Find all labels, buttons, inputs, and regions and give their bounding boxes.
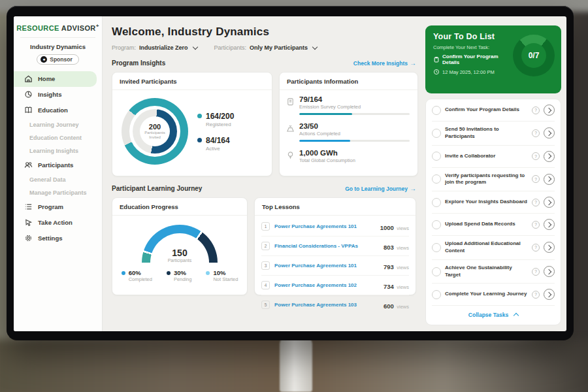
task-row: Explore Your Insights Dashboard ? <box>432 191 555 214</box>
chevron-right-icon[interactable] <box>544 242 555 253</box>
chevron-right-icon[interactable] <box>544 219 555 230</box>
action-icon <box>286 124 295 133</box>
sidebar-item-program[interactable]: Program <box>14 199 102 215</box>
task-row: Complete Your Learning Journey ? <box>432 284 555 306</box>
info-icon[interactable]: ? <box>532 106 540 114</box>
sidebar-item-education[interactable]: Education <box>14 103 102 118</box>
todo-panel: Your To Do List Complete Your Next Task:… <box>424 16 566 331</box>
learning-cards: Education Progress 150 Participants <box>112 197 416 295</box>
todo-summary-card: Your To Do List Complete Your Next Task:… <box>425 25 561 93</box>
chevron-right-icon[interactable] <box>544 105 555 116</box>
task-row: Invite a Collaborator ? <box>432 146 555 168</box>
dashboard-screen: RESOURCE ADVISOR+ Industry Dynamics ● Sp… <box>14 16 566 331</box>
sidebar-item-education-content[interactable]: Education Content <box>14 131 102 144</box>
legend-dot <box>197 114 202 118</box>
program-filter[interactable]: Program: Industrialize Zero <box>112 44 197 51</box>
legend-value: 164/200 <box>206 112 234 121</box>
info-icon[interactable]: ? <box>532 152 540 160</box>
participants-filter[interactable]: Participants: Only My Participants <box>214 44 318 51</box>
program-filter-label: Program: <box>112 44 136 51</box>
collapse-tasks-link[interactable]: Collapse Tasks <box>432 306 555 325</box>
lesson-views: 734 views <box>384 280 409 291</box>
task-checkbox[interactable] <box>432 290 441 299</box>
todo-title: Your To Do List <box>433 32 513 41</box>
education-progress-gauge: 150 Participants <box>142 225 218 263</box>
sidebar-item-general-data[interactable]: General Data <box>14 173 102 186</box>
chevron-right-icon[interactable] <box>544 174 555 185</box>
task-checkbox[interactable] <box>432 220 441 229</box>
card-title: Top Lessons <box>255 198 416 216</box>
info-icon[interactable]: ? <box>532 291 540 299</box>
sidebar-item-insights[interactable]: Insights <box>14 87 102 103</box>
todo-progress-ring: 0/7 <box>513 35 555 76</box>
info-icon[interactable]: ? <box>532 268 540 276</box>
legend-label: Not Started <box>213 276 238 282</box>
task-row: Upload Spend Data Records ? <box>432 214 555 236</box>
legend-item-completed: 60% Completed <box>122 269 152 282</box>
info-icon[interactable]: ? <box>532 199 540 206</box>
sidebar-item-take-action[interactable]: Take Action <box>14 215 102 231</box>
lesson-link[interactable]: Financial Considerations - VPPAs <box>274 243 379 249</box>
task-checkbox[interactable] <box>432 152 441 161</box>
task-row: Upload Additional Educational Content ? <box>432 236 555 260</box>
task-label: Upload Additional Educational Content <box>445 240 528 255</box>
legend-label: Completed <box>129 276 152 282</box>
divider <box>20 37 95 38</box>
sidebar: RESOURCE ADVISOR+ Industry Dynamics ● Sp… <box>14 16 103 331</box>
info-icon[interactable]: ? <box>532 221 540 229</box>
task-checkbox[interactable] <box>432 198 441 207</box>
info-icon[interactable]: ? <box>532 175 540 183</box>
organization-name: Industry Dynamics <box>14 43 102 50</box>
chevron-right-icon[interactable] <box>544 289 555 300</box>
task-checkbox[interactable] <box>432 129 441 138</box>
metric-value: 23/50 <box>299 122 410 130</box>
sidebar-item-manage-participants[interactable]: Manage Participants <box>14 186 102 199</box>
todo-progress-value: 0/7 <box>513 35 555 76</box>
info-icon[interactable]: ? <box>532 244 540 252</box>
logo-primary: RESOURCE <box>16 24 59 32</box>
sidebar-item-learning-insights[interactable]: Learning Insights <box>14 144 102 157</box>
lesson-link[interactable]: Power Purchase Agreements 102 <box>274 282 379 288</box>
arrow-right-icon: → <box>410 59 416 67</box>
progress-bar-fill <box>299 113 352 115</box>
task-checkbox[interactable] <box>432 174 441 184</box>
gauge-center-value: 150 <box>142 248 218 258</box>
chevron-right-icon[interactable] <box>544 197 555 208</box>
lesson-link[interactable]: Power Purchase Agreements 101 <box>274 263 379 269</box>
check-more-insights-link[interactable]: Check More Insights→ <box>353 59 416 67</box>
chevron-right-icon[interactable] <box>544 266 555 277</box>
sidebar-item-participants[interactable]: Participants <box>14 157 102 173</box>
lesson-link[interactable]: Power Purchase Agreements 103 <box>274 302 379 308</box>
legend-value: 60% <box>129 269 152 276</box>
go-to-learning-journey-link[interactable]: Go to Learning Journey→ <box>345 185 416 192</box>
gauge-center: 150 Participants <box>142 248 218 263</box>
card-title: Invited Participants <box>112 73 272 90</box>
chevron-right-icon[interactable] <box>544 127 555 139</box>
task-checkbox[interactable] <box>432 106 441 115</box>
donut-center-label: Participants Invited <box>141 131 169 140</box>
participants-information-card: Participants Information 79/164 Emission… <box>279 72 418 176</box>
program-insights-header: Program Insights Check More Insights→ <box>112 59 416 67</box>
todo-next-task-label: Confirm Your Program Details <box>442 54 513 65</box>
lesson-views: 793 views <box>384 260 409 272</box>
chevron-right-icon[interactable] <box>544 151 555 162</box>
sidebar-item-settings[interactable]: Settings <box>14 231 102 246</box>
sponsor-badge[interactable]: ● Sponsor <box>37 54 78 65</box>
todo-due-label: 12 May 2025, 12:00 PM <box>442 69 495 75</box>
task-checkbox[interactable] <box>432 243 441 252</box>
sidebar-item-learning-journey[interactable]: Learning Journey <box>14 118 102 131</box>
sidebar-nav: Home Insights Education Learning Journey… <box>14 71 102 246</box>
info-icon[interactable]: ? <box>532 129 540 137</box>
program-icon <box>24 203 33 211</box>
metric-emission-survey: 79/164 Emission Survey Completed <box>286 95 410 120</box>
filter-bar: Program: Industrialize Zero Participants… <box>112 44 416 51</box>
todo-due: 12 May 2025, 12:00 PM <box>433 69 513 75</box>
sidebar-item-label: Education <box>38 106 68 114</box>
metric-value: 79/164 <box>299 95 410 103</box>
lesson-link[interactable]: Power Purchase Agreements 101 <box>274 223 376 229</box>
page-title: Welcome, Industry Dynamics <box>112 25 416 39</box>
legend-item-not-started: 10% Not Started <box>206 269 238 282</box>
sidebar-item-home[interactable]: Home <box>14 71 97 87</box>
task-label: Invite a Collaborator <box>445 153 528 160</box>
task-checkbox[interactable] <box>432 267 441 276</box>
